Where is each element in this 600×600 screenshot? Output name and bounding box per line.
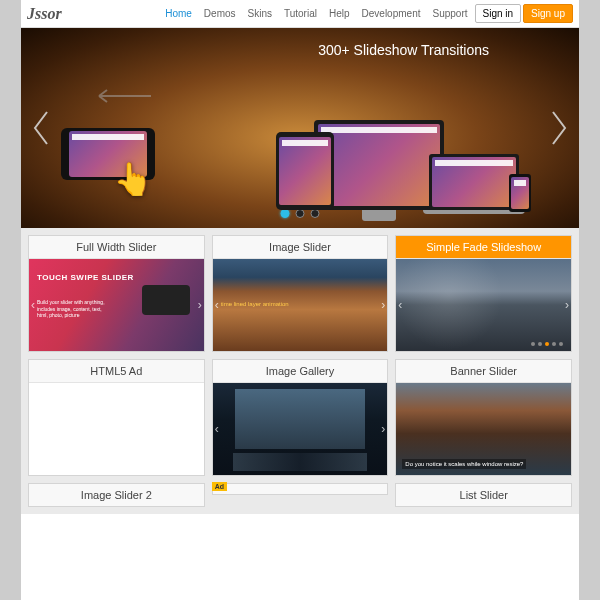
card-image-gallery[interactable]: Image Gallery ‹ › <box>212 359 389 476</box>
card-wrap: Image Slider 2 <box>28 483 205 507</box>
card-list-slider[interactable]: List Slider <box>395 483 572 507</box>
laptop-mockup <box>429 154 519 210</box>
thumb-overlay: time lined layer animation <box>221 301 289 307</box>
brand-logo[interactable]: Jssor <box>27 5 62 23</box>
card-title: Full Width Slider <box>29 236 204 259</box>
thumb-image-slider: time lined layer animation ‹ › <box>213 259 388 351</box>
demo-grid: Full Width Slider TOUCH SWIPE SLIDER Bui… <box>21 228 579 483</box>
card-image-slider-2[interactable]: Image Slider 2 <box>28 483 205 507</box>
signup-button[interactable]: Sign up <box>523 4 573 23</box>
hero-slider[interactable]: 300+ Slideshow Transitions 👆 <box>21 28 579 228</box>
chevron-right-icon[interactable]: › <box>565 298 569 312</box>
thumb-simple-fade: ‹ › <box>396 259 571 351</box>
thumb-full-width: TOUCH SWIPE SLIDER Build your slider wit… <box>29 259 204 351</box>
nav-tutorial[interactable]: Tutorial <box>279 4 322 23</box>
tablet-mockup <box>276 132 334 210</box>
card-title: Banner Slider <box>396 360 571 383</box>
thumb-overlay-title: TOUCH SWIPE SLIDER <box>37 273 134 283</box>
hero-next-arrow[interactable] <box>547 108 573 148</box>
card-title: Image Slider <box>213 236 388 259</box>
card-banner-slider[interactable]: Banner Slider Do you notice it scales wh… <box>395 359 572 476</box>
nav-help[interactable]: Help <box>324 4 355 23</box>
thumb-image-gallery: ‹ › <box>213 383 388 475</box>
hero-dot-2[interactable] <box>311 209 320 218</box>
chevron-left-icon[interactable]: ‹ <box>215 422 219 436</box>
card-title: Image Gallery <box>213 360 388 383</box>
chevron-right-icon[interactable]: › <box>381 422 385 436</box>
card-title: Simple Fade Slideshow <box>396 236 571 259</box>
signin-button[interactable]: Sign in <box>475 4 522 23</box>
hero-dot-0[interactable] <box>281 209 290 218</box>
thumb-dots <box>531 342 563 346</box>
nav-demos[interactable]: Demos <box>199 4 241 23</box>
chevron-right-icon[interactable]: › <box>198 298 202 312</box>
card-wrap: Ad <box>212 483 389 507</box>
hero-prev-arrow[interactable] <box>27 108 53 148</box>
ad-badge: Ad <box>212 482 227 491</box>
hero-title: 300+ Slideshow Transitions <box>318 42 489 58</box>
card-full-width-slider[interactable]: Full Width Slider TOUCH SWIPE SLIDER Bui… <box>28 235 205 352</box>
card-ad-slot[interactable] <box>212 483 389 495</box>
chevron-left-icon[interactable]: ‹ <box>398 298 402 312</box>
card-title <box>213 484 388 494</box>
thumb-html5-ad <box>29 383 204 475</box>
card-html5-ad[interactable]: HTML5 Ad <box>28 359 205 476</box>
thumb-banner-slider: Do you notice it scales while window res… <box>396 383 571 475</box>
demo-grid-row-4: Image Slider 2 Ad List Slider <box>21 483 579 514</box>
nav-home[interactable]: Home <box>160 4 197 23</box>
thumb-overlay-sub: Build your slider with anything, include… <box>37 299 107 319</box>
hero-devices <box>276 120 519 210</box>
top-nav: Jssor Home Demos Skins Tutorial Help Dev… <box>21 0 579 28</box>
nav-development[interactable]: Development <box>357 4 426 23</box>
swipe-left-arrow-icon <box>91 88 151 108</box>
pointer-hand-icon: 👆 <box>113 160 153 198</box>
card-title: HTML5 Ad <box>29 360 204 383</box>
nav-support[interactable]: Support <box>427 4 472 23</box>
phone-mockup <box>509 174 531 212</box>
chevron-left-icon[interactable]: ‹ <box>215 298 219 312</box>
hero-dot-1[interactable] <box>296 209 305 218</box>
nav-skins[interactable]: Skins <box>243 4 277 23</box>
card-title: List Slider <box>396 484 571 506</box>
hero-dots <box>281 209 320 218</box>
card-simple-fade[interactable]: Simple Fade Slideshow ‹ › <box>395 235 572 352</box>
card-title: Image Slider 2 <box>29 484 204 506</box>
chevron-right-icon[interactable]: › <box>381 298 385 312</box>
page: Jssor Home Demos Skins Tutorial Help Dev… <box>21 0 579 600</box>
card-wrap: List Slider <box>395 483 572 507</box>
chevron-left-icon[interactable]: ‹ <box>31 298 35 312</box>
thumb-overlay: Do you notice it scales while window res… <box>402 459 526 469</box>
card-image-slider[interactable]: Image Slider time lined layer animation … <box>212 235 389 352</box>
